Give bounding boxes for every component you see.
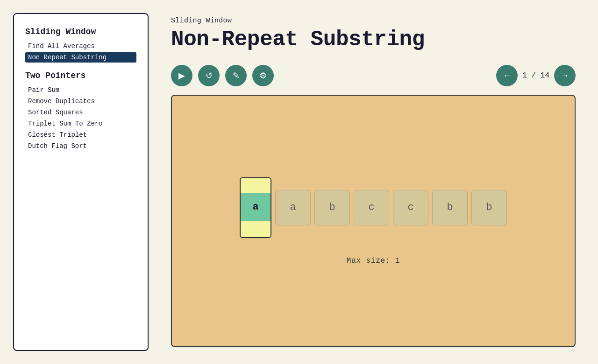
array-cell-1: b <box>314 190 350 225</box>
reset-button[interactable]: ↺ <box>198 65 220 86</box>
array-cell-3: c <box>393 190 428 225</box>
edit-button[interactable]: ✎ <box>225 65 247 86</box>
array-container: a a b c c b b <box>240 177 507 238</box>
sidebar-item-non-repeat-substring[interactable]: Non Repeat Substring <box>25 52 136 63</box>
main-content: Sliding Window Non-Repeat Substring ▶ ↺ … <box>149 0 598 364</box>
page-counter: 1 / 14 <box>522 71 549 80</box>
sidebar-section-title-two-pointers: Two Pointers <box>25 71 136 80</box>
max-size-label: Max size: 1 <box>347 257 400 265</box>
breadcrumb: Sliding Window <box>171 17 576 25</box>
window-cell-char: a <box>241 193 271 220</box>
sidebar-item-pair-sum[interactable]: Pair Sum <box>25 85 136 95</box>
controls-bar: ▶ ↺ ✎ ⚙ ← 1 / 14 → <box>171 65 576 86</box>
controls-right: ← 1 / 14 → <box>496 65 576 86</box>
window-cell: a <box>240 177 271 238</box>
sidebar-item-find-all-averages[interactable]: Find All Averages <box>25 41 136 51</box>
sidebar-item-remove-duplicates[interactable]: Remove Duplicates <box>25 96 136 106</box>
page-separator: / <box>532 71 536 80</box>
sidebar-item-sorted-squares[interactable]: Sorted Squares <box>25 107 136 118</box>
page-current: 1 <box>522 71 527 80</box>
sidebar: Sliding Window Find All Averages Non Rep… <box>13 13 149 351</box>
array-cell-2: c <box>354 190 389 225</box>
window-cell-bottom <box>241 221 271 237</box>
play-button[interactable]: ▶ <box>171 65 192 86</box>
visualization-area: a a b c c b b Max size: 1 <box>171 95 576 347</box>
sidebar-item-closest-triplet[interactable]: Closest Triplet <box>25 130 136 140</box>
page-total: 14 <box>541 71 549 80</box>
array-cell-0: a <box>275 190 311 225</box>
settings-button[interactable]: ⚙ <box>252 65 274 86</box>
prev-button[interactable]: ← <box>496 65 518 86</box>
sidebar-item-dutch-flag[interactable]: Dutch Flag Sort <box>25 141 136 151</box>
next-button[interactable]: → <box>554 65 576 86</box>
page-title: Non-Repeat Substring <box>171 28 576 52</box>
sidebar-item-triplet-sum[interactable]: Triplet Sum To Zero <box>25 119 136 129</box>
sidebar-section-title-sliding: Sliding Window <box>25 27 136 36</box>
array-cell-4: b <box>432 190 468 225</box>
window-cell-top <box>241 178 271 194</box>
array-cell-5: b <box>471 190 507 225</box>
controls-left: ▶ ↺ ✎ ⚙ <box>171 65 274 86</box>
